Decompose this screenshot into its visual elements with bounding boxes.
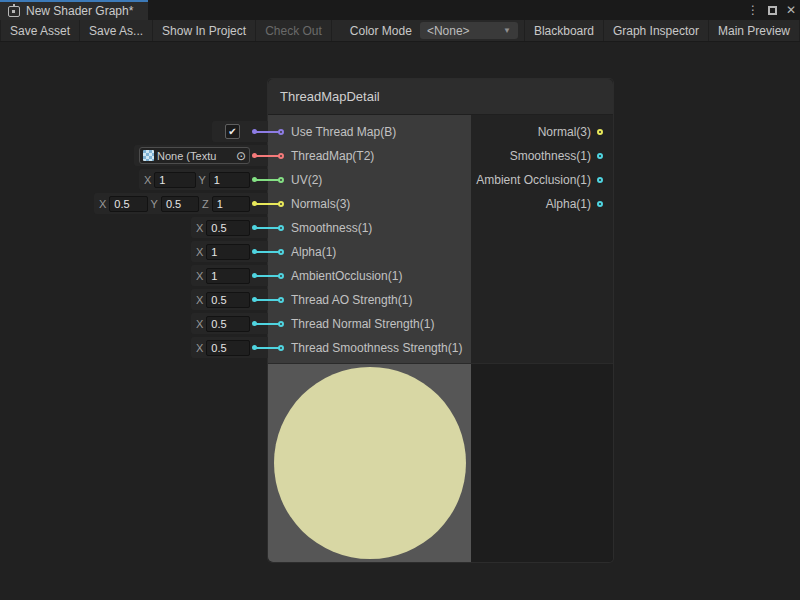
input-row-thread-normal-strength: X 0.5 Thread Normal Strength(1) <box>268 312 471 336</box>
input-port-label: Smoothness(1) <box>291 221 372 235</box>
checkbox[interactable]: ✔ <box>225 124 240 139</box>
connector-line <box>254 227 279 229</box>
shader-graph-toolbar: Save Asset Save As... Show In Project Ch… <box>0 20 800 42</box>
input-port[interactable] <box>278 201 284 207</box>
node-threadmapdetail[interactable]: ThreadMapDetail ✔ Use Thread Map(B) <box>267 78 614 563</box>
axis-label: X <box>196 270 203 282</box>
node-inputs-column: ✔ Use Thread Map(B) None (Textu ⊙ <box>268 115 471 363</box>
input-port[interactable] <box>278 225 284 231</box>
input-row-threadmap: None (Textu ⊙ ThreadMap(T2) <box>268 144 471 168</box>
graph-canvas[interactable]: ThreadMapDetail ✔ Use Thread Map(B) <box>0 42 800 599</box>
output-port-label: Smoothness(1) <box>510 149 591 163</box>
axis-label: X <box>196 246 203 258</box>
input-port-label: Normals(3) <box>291 197 350 211</box>
close-icon[interactable]: ✕ <box>786 4 796 16</box>
number-field[interactable]: 0.5 <box>206 292 250 308</box>
texture-object-value: None (Textu <box>157 150 233 162</box>
output-port-label: Normal(3) <box>538 125 591 139</box>
input-port-label: Thread Smoothness Strength(1) <box>291 341 462 355</box>
object-picker-icon[interactable]: ⊙ <box>236 150 246 162</box>
input-row-use-thread-map: ✔ Use Thread Map(B) <box>268 120 471 144</box>
node-outputs-column: Normal(3) Smoothness(1) Ambient Occlusio… <box>471 115 613 363</box>
blackboard-button[interactable]: Blackboard <box>524 20 604 41</box>
node-header[interactable]: ThreadMapDetail <box>268 79 613 115</box>
input-port-label: Thread Normal Strength(1) <box>291 317 434 331</box>
input-port[interactable] <box>278 345 284 351</box>
tab-title: New Shader Graph* <box>26 4 133 18</box>
input-row-smoothness: X 0.5 Smoothness(1) <box>268 216 471 240</box>
input-row-ambientocclusion: X 1 AmbientOcclusion(1) <box>268 264 471 288</box>
number-field[interactable]: 0.5 <box>161 196 199 212</box>
color-mode-dropdown[interactable]: <None> ▼ <box>420 22 518 39</box>
main-preview-button[interactable]: Main Preview <box>709 20 800 41</box>
input-port[interactable] <box>278 177 284 183</box>
node-title: ThreadMapDetail <box>280 89 380 104</box>
output-row-alpha: Alpha(1) <box>471 192 613 216</box>
output-port[interactable] <box>597 153 603 159</box>
input-row-normals: X 0.5 Y 0.5 Z 1 Normals(3) <box>268 192 471 216</box>
save-as-button[interactable]: Save As... <box>80 20 153 41</box>
color-mode-value: <None> <box>427 24 470 38</box>
output-row-ambient-occlusion: Ambient Occlusion(1) <box>471 168 613 192</box>
connector-line <box>254 155 279 157</box>
connector-line <box>254 275 279 277</box>
checkmark-icon: ✔ <box>228 127 236 137</box>
texture-object-widget: None (Textu ⊙ <box>134 145 268 166</box>
axis-label: Y <box>199 174 206 186</box>
number-field[interactable]: 0.5 <box>206 340 250 356</box>
input-row-uv: X 1 Y 1 UV(2) <box>268 168 471 192</box>
menu-icon[interactable]: ⋮ <box>747 4 759 16</box>
color-mode-label: Color Mode <box>342 20 420 41</box>
axis-label: X <box>196 222 203 234</box>
input-port[interactable] <box>278 297 284 303</box>
vector2-widget: X 1 Y 1 <box>139 169 268 190</box>
input-port-label: Thread AO Strength(1) <box>291 293 412 307</box>
window-controls: ⋮ ✕ <box>747 0 796 20</box>
output-port[interactable] <box>597 201 603 207</box>
number-field[interactable]: 1 <box>209 172 250 188</box>
save-asset-button[interactable]: Save Asset <box>0 20 80 41</box>
connector-line <box>254 131 279 133</box>
input-port-label: AmbientOcclusion(1) <box>291 269 402 283</box>
show-in-project-button[interactable]: Show In Project <box>153 20 256 41</box>
tab-new-shader-graph[interactable]: New Shader Graph* <box>0 0 148 20</box>
texture-object-field[interactable]: None (Textu ⊙ <box>139 147 250 164</box>
axis-label: Y <box>151 198 158 210</box>
maximize-icon[interactable] <box>768 6 777 15</box>
output-port[interactable] <box>597 177 603 183</box>
preview-background <box>471 364 613 562</box>
preview-viewport <box>268 364 471 562</box>
output-port[interactable] <box>597 129 603 135</box>
number-field[interactable]: 0.5 <box>206 220 250 236</box>
input-port-label: Use Thread Map(B) <box>291 125 396 139</box>
connector-line <box>254 299 279 301</box>
input-port[interactable] <box>278 249 284 255</box>
input-port[interactable] <box>278 273 284 279</box>
input-port-label: Alpha(1) <box>291 245 336 259</box>
input-port[interactable] <box>278 129 284 135</box>
connector-line <box>254 179 279 181</box>
output-port-label: Alpha(1) <box>546 197 591 211</box>
axis-label: X <box>196 342 203 354</box>
check-out-button: Check Out <box>256 20 332 41</box>
output-row-normal: Normal(3) <box>471 120 613 144</box>
input-row-thread-smoothness-strength: X 0.5 Thread Smoothness Strength(1) <box>268 336 471 360</box>
input-port[interactable] <box>278 321 284 327</box>
number-field[interactable]: 1 <box>206 268 250 284</box>
number-field[interactable]: 1 <box>212 196 250 212</box>
number-field[interactable]: 1 <box>154 172 195 188</box>
connector-line <box>254 251 279 253</box>
output-row-smoothness: Smoothness(1) <box>471 144 613 168</box>
graph-inspector-button[interactable]: Graph Inspector <box>604 20 709 41</box>
connector-line <box>254 347 279 349</box>
number-field[interactable]: 0.5 <box>206 316 250 332</box>
axis-label: Z <box>202 198 209 210</box>
axis-label: X <box>196 294 203 306</box>
number-field[interactable]: 1 <box>206 244 250 260</box>
input-port-label: UV(2) <box>291 173 322 187</box>
input-port[interactable] <box>278 153 284 159</box>
number-field[interactable]: 0.5 <box>109 196 147 212</box>
connector-line <box>254 323 279 325</box>
toolbar-spacer <box>332 20 342 41</box>
editor-tab-bar: New Shader Graph* ⋮ ✕ <box>0 0 800 20</box>
